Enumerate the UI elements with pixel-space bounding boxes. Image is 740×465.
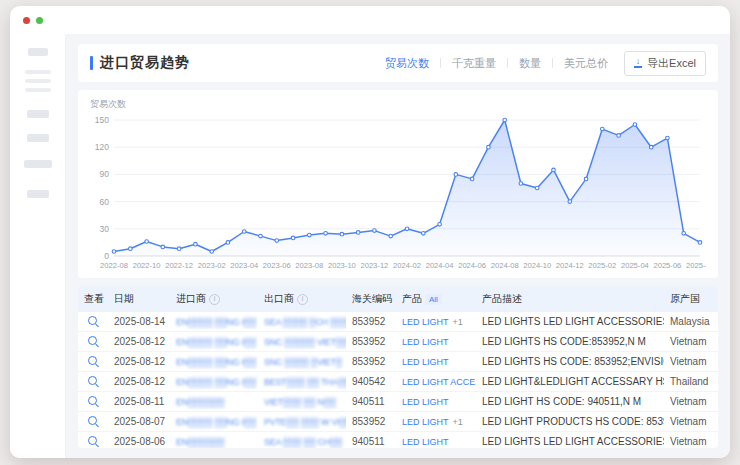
metric-tabs: 贸易次数 千克重量 数量 美元总价 bbox=[385, 56, 608, 71]
importer-cell: EN▒▒▒▒ ▒▒NG I▒▒ bbox=[170, 332, 258, 352]
date-cell: 2025-08-12 bbox=[108, 332, 170, 352]
traffic-light-maximize-icon[interactable] bbox=[36, 17, 43, 24]
view-cell bbox=[78, 412, 108, 432]
tab-trade-count[interactable]: 贸易次数 bbox=[385, 56, 429, 71]
view-cell bbox=[78, 352, 108, 372]
exporter-link[interactable]: VIET▒▒▒ ▒▒ N▒▒ bbox=[264, 397, 336, 407]
hs-code-cell: 940511 bbox=[346, 432, 396, 449]
svg-text:2023-08: 2023-08 bbox=[295, 261, 323, 270]
sidebar-placeholder[interactable] bbox=[28, 48, 48, 56]
view-icon[interactable] bbox=[88, 416, 97, 425]
description-cell: LED LIGHT PRODUCTS HS CODE: 853952,NUWAT… bbox=[476, 412, 664, 432]
product-filter-badge[interactable]: All bbox=[425, 294, 442, 305]
hs-code-cell: 940542 bbox=[346, 372, 396, 392]
exporter-cell: SNC ▒▒▒▒ ▒VIET▒ bbox=[258, 352, 346, 372]
info-icon: i bbox=[209, 294, 220, 305]
product-tag[interactable]: LED LIGHT bbox=[402, 337, 449, 347]
svg-text:0: 0 bbox=[104, 251, 109, 261]
sidebar-placeholder[interactable] bbox=[24, 160, 52, 168]
sidebar-placeholder bbox=[25, 79, 51, 83]
column-header-label: 出口商 bbox=[264, 293, 294, 304]
column-header-4: 海关编码 bbox=[346, 286, 396, 312]
origin-cell: Vietnam bbox=[664, 392, 718, 412]
sidebar-placeholder[interactable] bbox=[27, 110, 49, 118]
tab-quantity[interactable]: 数量 bbox=[519, 56, 541, 71]
svg-text:2025-02: 2025-02 bbox=[588, 261, 616, 270]
tab-usd-total[interactable]: 美元总价 bbox=[564, 56, 608, 71]
date-cell: 2025-08-12 bbox=[108, 352, 170, 372]
column-header-label: 产品描述 bbox=[482, 293, 522, 304]
origin-cell: Vietnam bbox=[664, 412, 718, 432]
svg-text:2023-06: 2023-06 bbox=[263, 261, 291, 270]
description-cell: LED LIGHTS LED LIGHT ACCESSORIES,ENVISIO… bbox=[476, 312, 664, 332]
page-header: 进口贸易趋势 贸易次数 千克重量 数量 美元总价 ↓ 导出Excel bbox=[78, 44, 718, 82]
view-icon[interactable] bbox=[88, 336, 97, 345]
importer-link[interactable]: EN▒▒▒▒ ▒▒NG I▒▒ bbox=[176, 317, 256, 327]
table-row: 2025-08-06EN▒▒▒▒▒▒SEA ▒▒▒ ▒▒ CH▒▒940511L… bbox=[78, 432, 718, 449]
svg-text:2024-12: 2024-12 bbox=[556, 261, 584, 270]
importer-link[interactable]: EN▒▒▒▒ ▒▒NG I▒▒ bbox=[176, 417, 256, 427]
export-excel-button[interactable]: ↓ 导出Excel bbox=[624, 51, 706, 76]
sidebar-placeholder[interactable] bbox=[27, 134, 49, 142]
column-header-3: 出口商i bbox=[258, 286, 346, 312]
view-cell bbox=[78, 432, 108, 449]
product-tag[interactable]: LED LIGHT bbox=[402, 417, 449, 427]
exporter-cell: SEA ▒▒▒▒ ▒CH ▒▒▒ bbox=[258, 312, 346, 332]
exporter-cell: BEST▒▒▒ ▒▒ THA▒▒ bbox=[258, 372, 346, 392]
exporter-link[interactable]: SNC ▒▒▒▒ ▒VIET▒ bbox=[264, 357, 342, 367]
column-header-2: 进口商i bbox=[170, 286, 258, 312]
origin-cell: Malaysia bbox=[664, 312, 718, 332]
product-cell: LED LIGHT+1 bbox=[396, 312, 476, 332]
product-tag[interactable]: LED LIGHT bbox=[402, 317, 449, 327]
exporter-link[interactable]: SNC ▒▒▒▒▒ VIET▒▒ bbox=[264, 337, 346, 347]
sidebar-placeholder bbox=[25, 70, 51, 74]
view-icon[interactable] bbox=[88, 356, 97, 365]
date-cell: 2025-08-11 bbox=[108, 392, 170, 412]
hs-code-cell: 853952 bbox=[346, 352, 396, 372]
exporter-link[interactable]: BEST▒▒▒ ▒▒ THA▒▒ bbox=[264, 377, 346, 387]
product-tag[interactable]: LED LIGHT ACCESSORY bbox=[402, 377, 476, 387]
product-tag[interactable]: LED LIGHT bbox=[402, 437, 449, 447]
product-cell: LED LIGHT bbox=[396, 332, 476, 352]
tab-kg-weight[interactable]: 千克重量 bbox=[452, 56, 496, 71]
export-excel-label: 导出Excel bbox=[647, 56, 696, 71]
svg-text:2025-08: 2025-08 bbox=[686, 261, 706, 270]
svg-text:2024-10: 2024-10 bbox=[523, 261, 551, 270]
trend-chart-card: 贸易次数 03060901201502022-082022-102022-122… bbox=[78, 90, 718, 278]
product-tag[interactable]: LED LIGHT bbox=[402, 357, 449, 367]
date-cell: 2025-08-12 bbox=[108, 372, 170, 392]
svg-text:2022-12: 2022-12 bbox=[165, 261, 193, 270]
svg-text:2023-12: 2023-12 bbox=[360, 261, 388, 270]
tab-divider bbox=[552, 58, 553, 68]
column-header-7: 原产国 bbox=[664, 286, 718, 312]
view-cell bbox=[78, 372, 108, 392]
importer-link[interactable]: EN▒▒▒▒▒▒ bbox=[176, 437, 224, 447]
download-icon: ↓ bbox=[634, 58, 642, 67]
trend-chart: 03060901201502022-082022-102022-122023-0… bbox=[88, 112, 708, 276]
importer-cell: EN▒▒▒▒ ▒▒NG I▒▒ bbox=[170, 412, 258, 432]
product-cell: LED LIGHT bbox=[396, 352, 476, 372]
view-icon[interactable] bbox=[88, 436, 97, 445]
view-icon[interactable] bbox=[88, 316, 97, 325]
importer-link[interactable]: EN▒▒▒▒ ▒▒NG I▒▒ bbox=[176, 377, 256, 387]
svg-text:90: 90 bbox=[100, 169, 110, 179]
exporter-link[interactable]: SEA ▒▒▒▒ ▒CH ▒▒▒ bbox=[264, 317, 346, 327]
svg-text:60: 60 bbox=[100, 197, 110, 207]
importer-link[interactable]: EN▒▒▒▒ ▒▒NG I▒▒ bbox=[176, 357, 256, 367]
hs-code-cell: 853952 bbox=[346, 332, 396, 352]
exporter-link[interactable]: SEA ▒▒▒ ▒▒ CH▒▒ bbox=[264, 437, 342, 447]
view-icon[interactable] bbox=[88, 396, 97, 405]
column-header-6: 产品描述 bbox=[476, 286, 664, 312]
exporter-link[interactable]: PVTE▒▒ ▒▒▒ W VI▒▒ bbox=[264, 417, 346, 427]
svg-text:2022-10: 2022-10 bbox=[133, 261, 161, 270]
svg-text:2024-04: 2024-04 bbox=[426, 261, 454, 270]
product-tag[interactable]: LED LIGHT bbox=[402, 397, 449, 407]
sidebar-placeholder[interactable] bbox=[27, 190, 49, 198]
importer-link[interactable]: EN▒▒▒▒▒▒ bbox=[176, 397, 224, 407]
importer-cell: EN▒▒▒▒ ▒▒NG I▒▒ bbox=[170, 312, 258, 332]
importer-link[interactable]: EN▒▒▒▒ ▒▒NG I▒▒ bbox=[176, 337, 256, 347]
traffic-light-close-icon[interactable] bbox=[23, 17, 30, 24]
view-cell bbox=[78, 312, 108, 332]
view-icon[interactable] bbox=[88, 376, 97, 385]
table-row: 2025-08-12EN▒▒▒▒ ▒▒NG I▒▒SNC ▒▒▒▒ ▒VIET▒… bbox=[78, 352, 718, 372]
